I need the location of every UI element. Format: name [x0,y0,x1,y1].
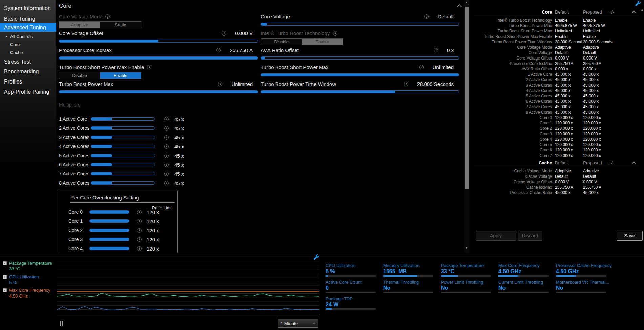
setting-proposed-value: 0.000 V [583,180,613,184]
slider-2-active-cores[interactable] [91,126,155,130]
info-icon[interactable]: i [164,172,169,176]
info-icon[interactable]: i [419,65,424,69]
info-icon[interactable]: i [164,154,169,158]
control-turbo-boost-short-power-max: Turbo Boost Short Power MaxiUnlimited [261,64,459,81]
settings-row-processor-cache-ratio: Processor Cache Ratio45.000 x45.000 x [474,190,644,195]
slider-core-4[interactable] [89,247,129,250]
setting-proposed-value: 28.000 Seconds [583,40,613,44]
sidebar-item-stress-test[interactable]: Stress Test [4,59,31,65]
slider-1-active-core[interactable] [91,117,155,121]
ratio-limit-value: 120 x [147,237,159,242]
collapse-section-icon[interactable] [632,10,636,14]
checkbox-cpu-utilization[interactable]: ✓ [3,275,7,279]
sidebar-item-benchmarking[interactable]: Benchmarking [4,69,39,75]
toggle-intel-turbo-boost-technology[interactable]: DisableEnable [261,38,343,45]
sidebar-item-system-information[interactable]: System Information [4,5,51,11]
discard-button[interactable]: Discard [518,231,542,241]
info-icon[interactable]: i [404,82,408,86]
slider-core-voltage[interactable] [261,23,459,26]
info-icon[interactable]: i [222,31,226,36]
sidebar-item-basic-tuning[interactable]: Basic Tuning [4,16,35,22]
slider-core-0[interactable] [89,210,129,214]
slider-core-3[interactable] [89,238,129,241]
toggle-option-static[interactable]: Static [100,22,141,28]
info-icon[interactable]: i [147,65,151,69]
apply-button[interactable]: Apply [476,231,516,241]
info-icon[interactable]: i [434,48,438,52]
toggle-option-adaptive[interactable]: Adaptive [59,22,100,28]
slider-3-active-cores[interactable] [91,136,155,139]
control-value: Unlimited [231,81,253,87]
info-icon[interactable]: i [164,117,169,121]
toggle-turbo-boost-short-power-max-enable[interactable]: DisableEnable [59,72,141,79]
info-icon[interactable]: i [164,181,169,185]
control-value: Unlimited [432,64,454,70]
wrench-icon[interactable] [314,254,319,260]
per-core-title: Per-Core Overclocking Setting [70,195,139,201]
slider-5-active-cores[interactable] [91,154,155,157]
slider-core-voltage-offset[interactable] [59,40,258,43]
setting-default-value: 120.000 x [555,148,582,152]
info-icon[interactable]: i [424,14,429,19]
info-icon[interactable]: i [164,163,169,167]
column-header-default: Default [555,160,580,165]
sidebar-item-all-controls[interactable]: •All Controls [10,34,33,39]
slider-turbo-boost-short-power-max[interactable] [261,73,459,76]
checkbox-package-temperature[interactable]: ✓ [3,261,7,265]
main-scrollbar[interactable]: ▲ ▼ [464,0,469,253]
slider-7-active-cores[interactable] [91,172,155,175]
info-icon[interactable]: i [218,82,222,86]
info-icon[interactable]: i [137,246,142,251]
toggle-core-voltage-mode[interactable]: AdaptiveStatic [59,21,141,28]
slider-processor-core-iccmax[interactable] [59,56,258,60]
slider-core-2[interactable] [89,229,129,232]
slider-4-active-cores[interactable] [91,145,155,148]
sidebar-item-advanced-tuning[interactable]: Advanced Tuning [4,25,46,31]
info-icon[interactable]: i [137,237,142,242]
setting-default-value: 45.000 x [555,77,582,82]
sidebar-item-app-profile-pairing[interactable]: App-Profile Pairing [4,89,49,95]
info-icon[interactable]: i [216,48,221,52]
status-bar-fill [556,275,576,277]
info-icon[interactable]: i [137,228,142,233]
slider-6-active-cores[interactable] [91,163,155,166]
toggle-option-enable[interactable]: Enable [302,39,343,45]
info-icon[interactable]: i [164,144,169,149]
slider-8-active-cores[interactable] [91,181,155,185]
checkbox-max-core-frequency[interactable]: ✓ [3,288,7,292]
info-icon[interactable]: i [164,126,169,131]
scroll-up-icon[interactable]: ▲ [464,1,469,4]
slider-avx-ratio-offset[interactable] [261,56,459,60]
collapse-section-icon[interactable] [632,161,636,165]
pause-button[interactable] [60,321,64,326]
toggle-option-disable[interactable]: Disable [59,72,100,79]
slider-turbo-boost-power-max[interactable] [59,90,258,93]
settings-row-turbo-boost-short-power-max: Turbo Boost Short Power MaxUnlimitedUnli… [474,28,644,34]
control-turbo-boost-power-time-window: Turbo Boost Power Time Windowi28.000 Sec… [261,81,459,98]
info-icon[interactable]: i [137,210,142,214]
settings-row-cache-voltage-offset: Cache Voltage Offset0.000 V0.000 V [474,179,644,185]
toggle-option-enable[interactable]: Enable [100,72,141,79]
save-button[interactable]: Save [617,231,643,241]
sidebar-item-profiles[interactable]: Profiles [4,79,22,85]
toggle-option-disable[interactable]: Disable [261,39,302,45]
scroll-down-icon[interactable]: ▼ [464,246,469,250]
sidebar-item-cache[interactable]: Cache [10,50,23,55]
sidebar-item-core[interactable]: Core [10,42,20,47]
timescale-dropdown[interactable]: 1 Minute ▼ [278,319,318,328]
status-label: Max Core Frequency [498,263,556,268]
info-icon[interactable]: i [137,219,142,223]
slider-turbo-boost-power-time-window[interactable] [261,90,459,93]
slider-core-1[interactable] [89,219,129,223]
status-value: 4.50 GHz [498,268,556,275]
info-icon[interactable]: i [333,31,337,36]
info-icon[interactable]: i [164,135,169,140]
scrollbar-thumb[interactable] [465,7,469,189]
control-label: Turbo Boost Short Power Max [261,64,328,70]
ratio-limit-value: 120 x [147,228,159,233]
info-icon[interactable]: i [105,14,110,19]
slider-fill [91,145,112,148]
settings-row-intel-turbo-boost-technology: Intel® Turbo Boost TechnologyEnableEnabl… [474,18,644,23]
setting-default-value: Unlimited [555,29,582,33]
wrench-icon[interactable] [635,1,641,6]
